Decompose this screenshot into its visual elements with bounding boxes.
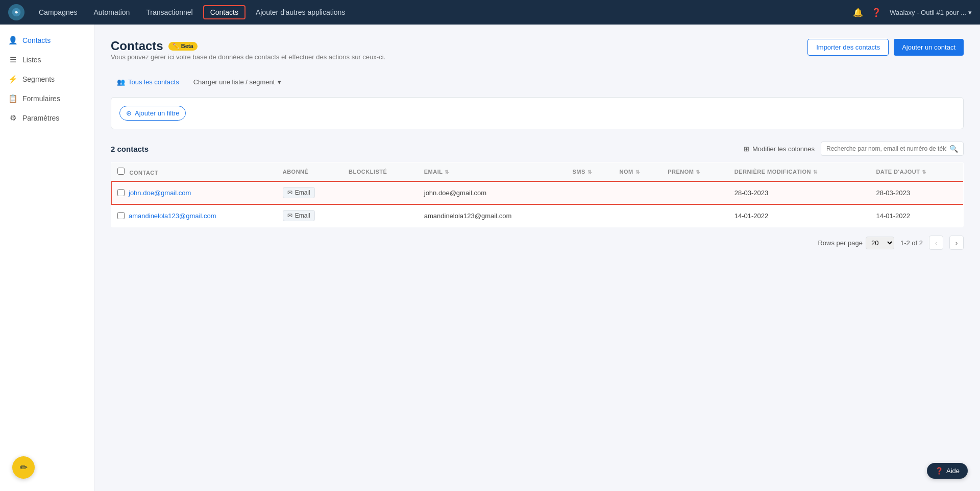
rows-per-page-label: Rows per page	[818, 239, 862, 247]
cell-email-1: amandinelola123@gmail.com	[418, 204, 567, 227]
cell-blocklisted-0	[342, 181, 418, 204]
columns-icon: ⊞	[744, 145, 749, 153]
nav-contacts[interactable]: Contacts	[203, 5, 246, 19]
cell-email-0: john.doe@gmail.com	[418, 181, 567, 204]
user-menu[interactable]: Waalaxy - Outil #1 pour ... ▾	[890, 9, 972, 16]
next-page-button[interactable]: ›	[949, 236, 964, 250]
modify-columns-label: Modifier les colonnes	[752, 145, 815, 153]
row-checkbox-1[interactable]	[117, 212, 125, 219]
th-prenom[interactable]: PRENOM ⇅	[662, 162, 728, 181]
notification-icon[interactable]: 🔔	[853, 8, 863, 17]
help-fab-label: Aide	[946, 467, 960, 475]
tab-load-list[interactable]: Charger une liste / segment ▾	[187, 75, 288, 89]
sidebar-label-formulaires: Formulaires	[22, 95, 60, 103]
sidebar-item-segments[interactable]: ⚡ Segments	[0, 69, 94, 89]
add-filter-button[interactable]: ⊕ Ajouter un filtre	[119, 106, 186, 121]
users-icon: 👥	[117, 78, 125, 86]
help-circle-icon[interactable]: ❓	[871, 8, 881, 17]
th-blockliste: BLOCKLISTÉ	[342, 162, 418, 181]
nav-transactionnel[interactable]: Transactionnel	[140, 6, 199, 18]
contacts-icon: 👤	[8, 36, 17, 45]
th-last-modified[interactable]: DERNIÈRE MODIFICATION ⇅	[728, 162, 870, 181]
cell-nom-0	[613, 181, 662, 204]
segment-icon: ⚡	[8, 75, 17, 84]
envelope-icon-0: ✉	[287, 189, 292, 196]
contact-email-link-0[interactable]: john.doe@gmail.com	[129, 189, 191, 197]
cell-last-modified-1: 14-01-2022	[728, 204, 870, 227]
cell-contact-0: john.doe@gmail.com	[111, 181, 277, 204]
tab-all-contacts[interactable]: 👥 Tous les contacts	[111, 75, 185, 89]
modify-columns-button[interactable]: ⊞ Modifier les colonnes	[744, 145, 815, 153]
rows-per-page-select[interactable]: 20 50 100	[866, 237, 894, 249]
subscribed-badge-1: ✉ Email	[283, 210, 315, 221]
page-title: Contacts	[111, 39, 163, 53]
layout: 👤 Contacts ☰ Listes ⚡ Segments 📋 Formula…	[0, 25, 980, 491]
subscribed-badge-0: ✉ Email	[283, 187, 315, 198]
gear-icon: ⚙	[8, 113, 17, 123]
sidebar-label-contacts: Contacts	[22, 36, 51, 44]
form-icon: 📋	[8, 94, 17, 103]
th-date-ajout[interactable]: DATE D'AJOUT ⇅	[870, 162, 963, 181]
cell-prenom-1	[662, 204, 728, 227]
sidebar-item-formulaires[interactable]: 📋 Formulaires	[0, 89, 94, 108]
table-row: john.doe@gmail.com ✉ Email john.doe@gmai…	[111, 181, 964, 204]
tab-load-list-label: Charger une liste / segment	[193, 78, 275, 86]
th-email[interactable]: EMAIL ⇅	[418, 162, 567, 181]
cell-last-modified-0: 28-03-2023	[728, 181, 870, 204]
envelope-icon-1: ✉	[287, 212, 292, 219]
header-buttons: Importer des contacts Ajouter un contact	[807, 39, 964, 56]
sidebar: 👤 Contacts ☰ Listes ⚡ Segments 📋 Formula…	[0, 25, 94, 491]
fab-pencil-button[interactable]: ✏	[12, 456, 35, 479]
prev-page-button[interactable]: ‹	[929, 236, 943, 250]
fab-help-button[interactable]: ❓ Aide	[927, 463, 968, 479]
search-box[interactable]: 🔍	[821, 142, 964, 156]
chevron-down-icon: ▾	[278, 78, 281, 86]
cell-date-added-0: 28-03-2023	[870, 181, 963, 204]
cell-prenom-0	[662, 181, 728, 204]
row-checkbox-0[interactable]	[117, 189, 125, 196]
topnav-right: 🔔 ❓ Waalaxy - Outil #1 pour ... ▾	[853, 8, 972, 17]
table-header-row-element: CONTACT ABONNÉ BLOCKLISTÉ EMAIL ⇅ SMS ⇅	[111, 162, 964, 181]
add-filter-label: Ajouter un filtre	[135, 109, 179, 117]
pencil-small-icon: ✏️	[173, 43, 180, 50]
th-abonne: ABONNÉ	[277, 162, 342, 181]
nav-automation[interactable]: Automation	[88, 6, 136, 18]
prenom-sort-icon: ⇅	[696, 169, 700, 175]
beta-badge: ✏️ Beta	[168, 42, 198, 51]
th-nom[interactable]: NOM ⇅	[613, 162, 662, 181]
logo[interactable]	[8, 4, 24, 20]
nav-campagnes[interactable]: Campagnes	[33, 6, 84, 18]
page-subtitle: Vous pouvez gérer ici votre base de donn…	[111, 53, 385, 61]
th-checkbox: CONTACT	[111, 162, 277, 181]
th-contact-label: CONTACT	[130, 170, 158, 176]
cell-blocklisted-1	[342, 204, 418, 227]
chevron-down-icon: ▾	[968, 9, 972, 16]
sidebar-label-parametres: Paramètres	[22, 114, 59, 122]
import-contacts-button[interactable]: Importer des contacts	[807, 39, 889, 56]
sms-sort-icon: ⇅	[587, 169, 592, 175]
tab-all-contacts-label: Tous les contacts	[128, 78, 179, 86]
user-label: Waalaxy - Outil #1 pour ...	[890, 9, 966, 16]
table-controls: ⊞ Modifier les colonnes 🔍	[744, 142, 964, 156]
cell-sms-1	[566, 204, 613, 227]
sidebar-item-contacts[interactable]: 👤 Contacts	[0, 31, 94, 50]
th-sms[interactable]: SMS ⇅	[566, 162, 613, 181]
email-sort-icon: ⇅	[445, 169, 449, 175]
nav-add-apps[interactable]: Ajouter d'autres applications	[250, 6, 351, 18]
main-content: Contacts ✏️ Beta Vous pouvez gérer ici v…	[94, 25, 980, 491]
search-input[interactable]	[826, 145, 946, 152]
table-body: john.doe@gmail.com ✉ Email john.doe@gmai…	[111, 181, 964, 227]
cell-date-added-1: 14-01-2022	[870, 204, 963, 227]
add-contact-button[interactable]: Ajouter un contact	[894, 39, 964, 56]
sidebar-item-listes[interactable]: ☰ Listes	[0, 50, 94, 69]
page-header: Contacts ✏️ Beta Vous pouvez gérer ici v…	[111, 39, 964, 71]
contact-email-link-1[interactable]: amandinelola123@gmail.com	[129, 212, 216, 220]
select-all-checkbox[interactable]	[117, 168, 125, 175]
list-icon: ☰	[8, 55, 17, 64]
last-mod-sort-icon: ⇅	[813, 169, 818, 175]
rows-per-page: Rows per page 20 50 100	[818, 237, 894, 249]
beta-label: Beta	[181, 43, 193, 49]
pagination: Rows per page 20 50 100 1-2 of 2 ‹ ›	[111, 236, 964, 250]
date-ajout-sort-icon: ⇅	[922, 169, 926, 175]
sidebar-item-parametres[interactable]: ⚙ Paramètres	[0, 108, 94, 128]
